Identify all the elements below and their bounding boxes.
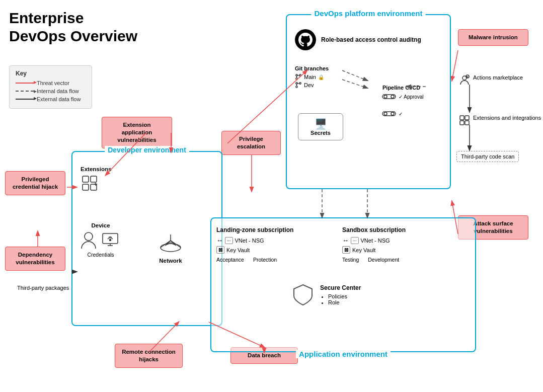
third-party-label: Third-party packages: [17, 285, 69, 291]
actions-marketplace: ▶ Actions marketplace: [459, 74, 523, 86]
svg-point-23: [161, 244, 181, 252]
svg-point-11: [391, 112, 394, 115]
svg-rect-29: [465, 116, 469, 120]
landing-zone-box: Landing-zone subscription ↔ ··· VNet - N…: [216, 226, 327, 263]
svg-line-45: [452, 50, 458, 81]
page-title: Enterprise DevOps Overview: [9, 9, 137, 45]
svg-text:▶: ▶: [467, 75, 469, 78]
application-env: Application environment Landing-zone sub…: [210, 217, 476, 352]
third-party-scan: Third-party code scan: [456, 151, 519, 162]
threat-extension-vuln: Extension application vulnerabilities: [102, 117, 172, 148]
external-line-icon: [16, 99, 34, 100]
key-external: External data flow: [16, 96, 86, 102]
svg-rect-30: [460, 121, 464, 125]
svg-point-8: [391, 95, 394, 98]
threat-privileged-credential: Privileged credential hijack: [5, 171, 65, 195]
application-env-label: Application environment: [296, 350, 391, 358]
key-title: Key: [16, 70, 86, 77]
svg-rect-12: [83, 176, 89, 182]
svg-point-7: [384, 95, 387, 98]
internal-line-icon: [16, 91, 34, 92]
svg-rect-13: [91, 176, 97, 182]
devops-platform-env: DevOps platform environment Role-based a…: [286, 14, 451, 189]
pipeline-label: Pipeline CI/CD: [382, 85, 420, 91]
developer-env-label: Developer environment: [105, 146, 189, 154]
secure-center: Secure Center Policies Role: [292, 283, 361, 307]
secrets-box: 🖥️ Secrets: [298, 113, 343, 140]
svg-point-4: [296, 86, 298, 88]
extensions-integrations: Extensions and integrations: [459, 115, 541, 126]
developer-env: Developer environment Extensions Device: [71, 151, 222, 326]
threat-dependency: Dependency vulnerabilities: [5, 247, 65, 271]
threat-malware: Malware intrusion: [458, 29, 528, 46]
pipeline-icons: ✓ Approval: [381, 92, 424, 102]
svg-rect-14: [83, 184, 89, 190]
network-section: Network: [158, 232, 183, 264]
git-branches: Git branches Main 🔒 Dev: [295, 65, 329, 89]
pipeline-icons-2: ✓: [381, 109, 403, 119]
threat-privilege-escalation: Privilege escalation: [221, 131, 281, 155]
key-box: Key Threat vector Internal data flow Ext…: [9, 65, 92, 109]
sandbox-box: Sandbox subscription ↔ ··· VNet - NSG ⊠ …: [342, 226, 453, 263]
threat-line-icon: [16, 83, 34, 84]
threat-remote-connection: Remote connection hijacks: [115, 344, 183, 368]
diagram-container: Enterprise DevOps Overview Key Threat ve…: [0, 0, 543, 392]
device-section: Device Credentials: [81, 222, 121, 258]
svg-point-22: [110, 240, 111, 241]
rbac-label: Role-based access control auditng: [321, 36, 421, 44]
key-threat: Threat vector: [16, 80, 86, 86]
svg-rect-31: [465, 121, 469, 125]
key-internal: Internal data flow: [16, 88, 86, 94]
extensions-section: Extensions: [81, 166, 111, 192]
svg-point-18: [85, 232, 93, 241]
svg-rect-28: [460, 116, 464, 120]
github-icon: [295, 29, 316, 50]
svg-rect-19: [103, 233, 118, 244]
svg-point-1: [296, 78, 298, 80]
svg-point-10: [384, 112, 387, 115]
devops-platform-label: DevOps platform environment: [311, 9, 425, 18]
